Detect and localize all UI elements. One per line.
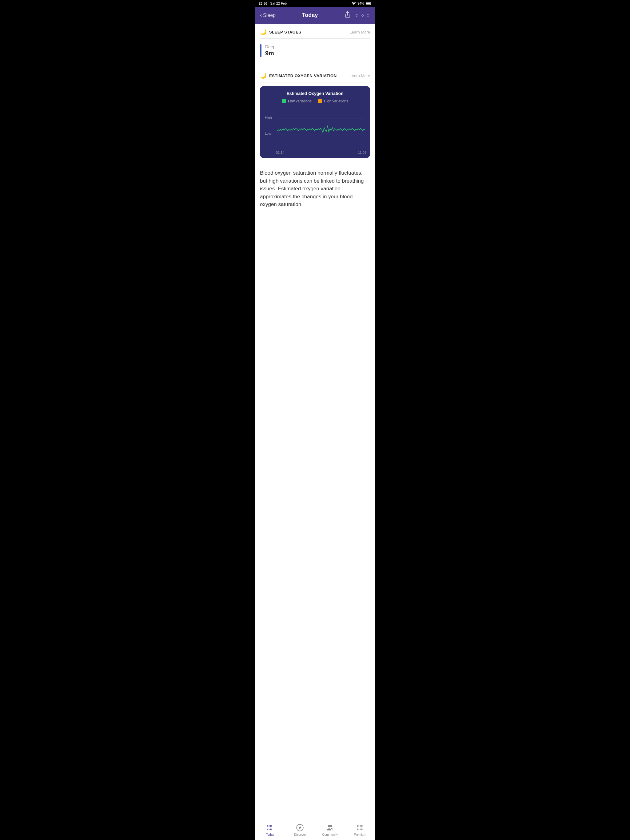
device-frame: 23:56 Sat 22 Feb 94% ‹ Sleep Today: [255, 0, 375, 840]
sleep-stages-learn-more[interactable]: Learn More: [350, 30, 370, 35]
svg-point-34: [357, 828, 358, 829]
chart-time-labels: 02:14 11:08: [264, 151, 366, 154]
svg-point-14: [270, 828, 271, 829]
back-label: Sleep: [263, 13, 275, 18]
app-container: ‹ Sleep Today ○ ○ ○: [255, 7, 375, 840]
community-label: Community: [322, 833, 338, 836]
stage-name-deep: Deep: [265, 44, 275, 49]
discover-label: Discover: [294, 833, 306, 836]
premium-icon: [356, 824, 364, 832]
oxygen-title-row: 🌙 ESTIMATED OXYGEN VARIATION: [260, 72, 337, 79]
svg-marker-21: [299, 826, 301, 829]
share-icon[interactable]: [344, 11, 351, 19]
more-options-icon[interactable]: ○ ○ ○: [355, 13, 370, 18]
nav-discover[interactable]: Discover: [285, 824, 315, 836]
svg-point-23: [330, 825, 332, 827]
sleep-stage-item: Deep 9m: [260, 43, 370, 59]
svg-point-4: [268, 825, 268, 826]
svg-point-32: [361, 826, 362, 827]
oxygen-variation-section: 🌙 ESTIMATED OXYGEN VARIATION Learn More …: [255, 67, 375, 164]
sleep-stages-header: 🌙 SLEEP STAGES Learn More: [260, 28, 370, 39]
svg-point-28: [362, 825, 364, 826]
svg-point-11: [271, 826, 272, 827]
oxygen-variation-title: ESTIMATED OXYGEN VARIATION: [269, 74, 337, 78]
legend-low-label: Low variations: [288, 99, 312, 103]
svg-point-43: [362, 829, 364, 830]
main-content: 🌙 SLEEP STAGES Learn More Deep 9m: [255, 24, 375, 821]
svg-point-18: [270, 829, 271, 830]
chart-time-end: 11:08: [358, 151, 366, 154]
svg-point-16: [268, 829, 268, 830]
nav-premium[interactable]: Premium: [345, 824, 375, 836]
oxygen-chart-container: Estimated Oxygen Variation Low variation…: [260, 86, 370, 158]
chart-waveform-svg: [277, 109, 365, 143]
section-gap-1: [255, 61, 375, 67]
svg-point-29: [357, 826, 358, 827]
oxygen-description: Blood oxygen saturation normally fluctua…: [255, 164, 375, 216]
svg-point-24: [357, 825, 358, 826]
svg-point-37: [361, 828, 362, 829]
svg-point-6: [270, 825, 271, 826]
svg-point-13: [269, 828, 269, 829]
svg-point-9: [269, 826, 269, 827]
svg-point-25: [359, 825, 359, 826]
chevron-left-icon: ‹: [260, 12, 262, 19]
sleep-stages-title: SLEEP STAGES: [269, 30, 301, 35]
svg-point-38: [362, 828, 364, 829]
svg-point-42: [361, 829, 362, 830]
svg-point-39: [357, 829, 358, 830]
oxygen-learn-more[interactable]: Learn More: [350, 74, 370, 78]
legend-dot-green: [282, 99, 286, 103]
svg-point-7: [271, 825, 272, 826]
moon-icon-2: 🌙: [260, 72, 267, 79]
status-bar-right: 94%: [351, 2, 371, 5]
sleep-stages-section: 🌙 SLEEP STAGES Learn More Deep 9m: [255, 24, 375, 61]
stage-value-deep: 9m: [265, 50, 275, 57]
today-icon: [266, 824, 274, 832]
chart-area: High Low: [265, 109, 365, 149]
svg-rect-1: [371, 3, 371, 4]
svg-point-15: [271, 828, 272, 829]
chart-time-start: 02:14: [276, 151, 285, 154]
svg-point-5: [269, 825, 269, 826]
page-title: Today: [302, 12, 318, 19]
chart-y-low-label: Low: [265, 132, 271, 135]
chart-legend: Low variations High variations: [264, 99, 366, 103]
status-bar-left: 23:56 Sat 22 Feb: [259, 2, 287, 5]
status-bar: 23:56 Sat 22 Feb 94%: [255, 0, 375, 7]
battery-level: 94%: [358, 2, 364, 5]
legend-high-label: High variations: [324, 99, 348, 103]
header-actions: ○ ○ ○: [344, 11, 370, 19]
svg-point-10: [270, 826, 271, 827]
stage-bar-deep: [260, 44, 261, 57]
legend-low-variations: Low variations: [282, 99, 312, 103]
svg-point-22: [328, 825, 330, 827]
svg-point-30: [359, 826, 359, 827]
svg-rect-2: [366, 2, 370, 4]
status-time: 23:56: [259, 2, 268, 5]
svg-point-33: [362, 826, 364, 827]
legend-high-variations: High variations: [318, 99, 348, 103]
today-label: Today: [266, 833, 274, 836]
wifi-icon: [351, 2, 356, 5]
nav-today[interactable]: Today: [255, 824, 285, 836]
svg-point-40: [359, 829, 359, 830]
svg-point-35: [359, 828, 359, 829]
section-title-row: 🌙 SLEEP STAGES: [260, 28, 301, 35]
discover-icon: [296, 824, 304, 832]
legend-dot-orange: [318, 99, 322, 103]
bottom-nav: Today Discover Community: [255, 821, 375, 840]
nav-community[interactable]: Community: [315, 824, 345, 836]
svg-point-8: [268, 826, 268, 827]
oxygen-variation-header: 🌙 ESTIMATED OXYGEN VARIATION Learn More: [260, 72, 370, 82]
app-header: ‹ Sleep Today ○ ○ ○: [255, 7, 375, 24]
svg-point-26: [360, 825, 361, 826]
svg-point-19: [271, 829, 272, 830]
moon-icon: 🌙: [260, 28, 267, 35]
chart-y-high-label: High: [265, 115, 272, 119]
svg-point-41: [360, 829, 361, 830]
back-button[interactable]: ‹ Sleep: [260, 12, 275, 19]
svg-point-36: [360, 828, 361, 829]
chart-title: Estimated Oxygen Variation: [264, 91, 366, 96]
premium-label: Premium: [354, 833, 366, 836]
